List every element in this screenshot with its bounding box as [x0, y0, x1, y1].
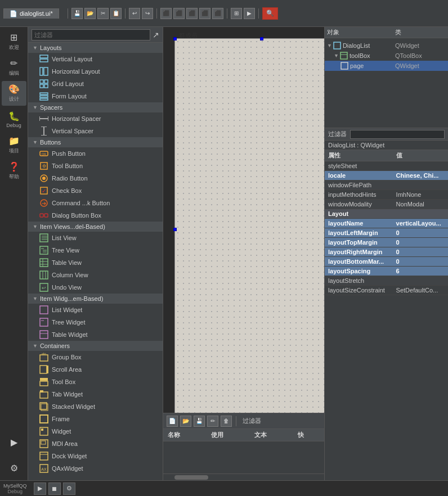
widget-qax-widget[interactable]: AX QAxWidget [28, 462, 163, 475]
widget-tool-button[interactable]: ⚙ Tool Button [28, 160, 163, 172]
bottom-open[interactable]: 📂 [180, 416, 191, 427]
toolbar-copy[interactable]: 📋 [110, 8, 122, 19]
category-layouts[interactable]: ▼ Layouts [28, 43, 163, 53]
toolbar-align-top[interactable]: ⬛ [199, 8, 210, 19]
nav-welcome[interactable]: ⊞ 欢迎 [2, 29, 26, 54]
toolbar-align-left[interactable]: ⬛ [160, 8, 172, 19]
sidebar-filter-input[interactable] [32, 29, 150, 40]
action-stop[interactable]: ⏹ [48, 483, 61, 495]
widget-table-view[interactable]: Table View [28, 256, 163, 269]
toolbar-undo[interactable]: ↩ [129, 8, 140, 19]
tree-item-page[interactable]: page QWidget [325, 61, 448, 71]
widget-check-box[interactable]: ✓ Check Box [28, 184, 163, 197]
widget-widget[interactable]: Widget [28, 425, 163, 438]
tree-item-dialoglist[interactable]: ▼ DialogList QWidget [325, 40, 448, 51]
widget-mdi-area[interactable]: MDI Area [28, 438, 163, 450]
action-settings[interactable]: ⚙ [63, 483, 75, 495]
toolbar-preview[interactable]: ▶ [244, 8, 255, 19]
widget-form-layout[interactable]: Form Layout [28, 90, 163, 102]
toolbar-save[interactable]: 💾 [71, 8, 83, 19]
widget-vert-spacer[interactable]: Vertical Spacer [28, 125, 163, 137]
widget-push-button[interactable]: OK Push Button [28, 147, 163, 160]
widget-command-button[interactable]: ➜ Command ...k Button [28, 197, 163, 209]
toolbar-cut[interactable]: ✂ [97, 8, 109, 19]
tree-item-toolbox[interactable]: ▼ toolBox QToolBox [325, 51, 448, 61]
toolbar-redo[interactable]: ↪ [142, 8, 153, 19]
widget-tab-widget[interactable]: Tab Widget [28, 388, 163, 400]
nav-design[interactable]: 🎨 设计 [2, 81, 26, 106]
design-canvas[interactable] [174, 38, 324, 413]
prop-row[interactable]: Layout [325, 209, 448, 219]
toolbar-align-right[interactable]: ⬛ [186, 8, 198, 19]
bottom-scroll-thumb[interactable] [174, 475, 208, 480]
widget-tool-box[interactable]: Tool Box [28, 376, 163, 388]
prop-row[interactable]: inputMethodHintsImhNone [325, 190, 448, 200]
widget-undo-view[interactable]: ↩ Undo View [28, 281, 163, 294]
widget-horiz-spacer[interactable]: Horizontal Spacer [28, 112, 163, 125]
widget-column-view[interactable]: Column View [28, 269, 163, 281]
prop-row[interactable]: windowFilePath [325, 181, 448, 190]
right-filter: 过滤器 [325, 128, 448, 141]
widget-grid-layout[interactable]: Grid Layout [28, 78, 163, 90]
toolbar-align-bottom[interactable]: ⬛ [212, 8, 223, 19]
category-item-widgets[interactable]: ▼ Item Widg...em-Based) [28, 294, 163, 304]
widget-tree-widget[interactable]: Tree Widget [28, 316, 163, 328]
nav-edit[interactable]: ✏ 编辑 [2, 55, 26, 80]
nav-run[interactable]: ▶ [2, 430, 26, 454]
bottom-new[interactable]: 📄 [167, 416, 178, 427]
handle-tc[interactable] [260, 37, 263, 40]
widget-radio-button[interactable]: Radio Button [28, 172, 163, 184]
toolbar-open[interactable]: 📂 [84, 8, 96, 19]
toolbar-align-center[interactable]: ⬛ [173, 8, 185, 19]
prop-row[interactable]: styleSheet [325, 161, 448, 171]
widget-stacked-widget[interactable]: Stacked Widget [28, 400, 163, 413]
category-buttons[interactable]: ▼ Buttons [28, 137, 163, 147]
category-item-views[interactable]: ▼ Item Views...del-Based) [28, 222, 163, 232]
file-tab[interactable]: 📄 dialoglist.ui* [3, 8, 59, 19]
widget-tree-view[interactable]: Tree View [28, 244, 163, 256]
widget-list-view[interactable]: List View [28, 232, 163, 244]
nav-project[interactable]: 📁 项目 [2, 133, 26, 157]
widget-group-box[interactable]: abc Group Box [28, 351, 163, 363]
widget-dialog-button-box[interactable]: Dialog Button Box [28, 209, 163, 222]
prop-row[interactable]: layoutSpacing6 [325, 267, 448, 276]
handle-tl[interactable] [173, 37, 177, 40]
prop-row[interactable]: layoutRightMargin0 [325, 247, 448, 257]
bottom-delete[interactable]: 🗑 [221, 416, 232, 427]
props-filter-input[interactable] [350, 130, 445, 139]
undo-view-label: Undo View [52, 284, 82, 291]
widget-list-widget[interactable]: List Widget [28, 304, 163, 316]
scroll-area-icon [39, 365, 48, 374]
spacers-arrow: ▼ [33, 105, 38, 110]
prop-row[interactable]: windowModalityNonModal [325, 200, 448, 209]
bottom-save[interactable]: 💾 [194, 416, 205, 427]
prop-row[interactable]: layoutBottomMar...0 [325, 257, 448, 267]
widget-vertical-layout[interactable]: Vertical Layout [28, 53, 163, 65]
widget-table-widget[interactable]: Table Widget [28, 328, 163, 341]
search-button[interactable]: 🔍 [262, 7, 278, 20]
widget-scroll-area[interactable]: Scroll Area [28, 363, 163, 376]
widget-dock-widget[interactable]: Dock Widget [28, 450, 163, 462]
canvas-container[interactable]: 群成员 [163, 27, 324, 413]
page-icon [341, 62, 348, 70]
nav-debug[interactable]: 🐛 Debug [2, 107, 26, 132]
action-play[interactable]: ▶ [34, 483, 46, 495]
bottom-edit[interactable]: ✏ [207, 416, 218, 427]
prop-row[interactable]: layoutLeftMargin0 [325, 228, 448, 238]
prop-row[interactable]: layoutSizeConstraintSetDefaultCo... [325, 286, 448, 295]
category-containers[interactable]: ▼ Containers [28, 341, 163, 351]
tree-view-icon [39, 246, 48, 255]
handle-ml[interactable] [173, 228, 177, 231]
widget-frame[interactable]: Frame [28, 413, 163, 425]
nav-stop[interactable]: ⚙ [2, 456, 26, 480]
nav-help[interactable]: ❓ 帮助 [2, 159, 26, 183]
prop-name: locale [325, 171, 393, 181]
prop-row[interactable]: localeChinese, Chi... [325, 171, 448, 181]
prop-row[interactable]: layoutTopMargin0 [325, 238, 448, 247]
category-spacers[interactable]: ▼ Spacers [28, 102, 163, 112]
widget-horizontal-layout[interactable]: Horizontal Layout [28, 65, 163, 78]
bottom-scrollbar[interactable] [163, 474, 324, 480]
prop-row[interactable]: layoutStretch [325, 276, 448, 286]
prop-row[interactable]: layoutNameverticalLayou... [325, 219, 448, 228]
toolbar-grid[interactable]: ⊞ [231, 8, 242, 19]
